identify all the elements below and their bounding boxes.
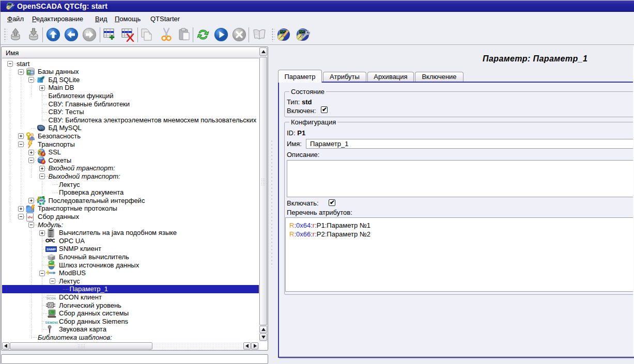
svg-text:DCON: DCON bbox=[47, 297, 56, 300]
svg-text:SNMP: SNMP bbox=[47, 247, 56, 251]
svg-text:SIEMENS: SIEMENS bbox=[45, 321, 58, 324]
